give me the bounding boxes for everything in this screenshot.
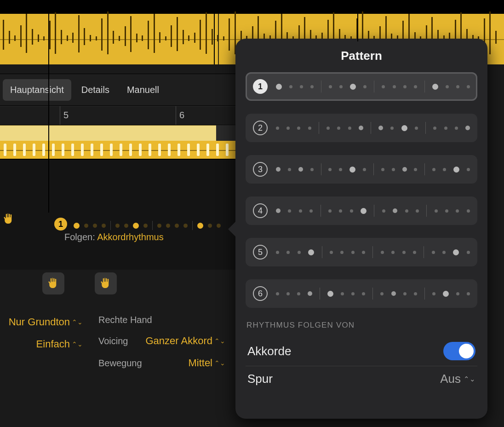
ruler-tick xyxy=(176,106,176,125)
pattern-dot-strip xyxy=(276,81,470,92)
pattern-row-3[interactable]: 3 xyxy=(246,155,477,184)
right-hand-params: Rechte Hand Voicing Ganzer Akkord⌃⌄ Bewe… xyxy=(92,311,230,374)
pattern-number-badge: 5 xyxy=(253,245,268,260)
motion-select[interactable]: Mittel⌃⌄ xyxy=(188,357,225,369)
voicing-select[interactable]: Ganzer Akkord⌃⌄ xyxy=(145,335,225,347)
tab-details[interactable]: Details xyxy=(74,79,117,101)
pattern-number-badge: 3 xyxy=(253,162,268,177)
pattern-dot-strip xyxy=(276,205,470,217)
ruler-number-5: 5 xyxy=(63,110,69,121)
active-pattern-badge[interactable]: 1 xyxy=(54,218,67,231)
follow-label: Folgen: xyxy=(64,232,97,242)
region-boundary-2 xyxy=(218,14,219,64)
pattern-row-4[interactable]: 4 xyxy=(246,196,477,225)
left-simple-select[interactable]: Einfach⌃⌄ xyxy=(36,338,83,350)
spur-select[interactable]: Aus⌃⌄ xyxy=(440,372,475,386)
akkorde-row: Akkorde xyxy=(246,336,477,366)
akkorde-toggle[interactable] xyxy=(443,342,475,360)
cycle-region[interactable] xyxy=(0,125,239,141)
callout-line xyxy=(48,0,49,213)
left-hand-button[interactable] xyxy=(42,272,64,294)
bar-ruler[interactable]: 5 6 xyxy=(0,106,239,125)
pattern-preview-strip[interactable] xyxy=(74,221,221,230)
callout-line xyxy=(357,0,358,41)
pattern-popover: Pattern 123456 RHYTHMUS FOLGEN VON Akkor… xyxy=(235,39,487,419)
popover-title: Pattern xyxy=(246,49,477,63)
voicing-label: Voicing xyxy=(98,336,128,346)
hand-buttons xyxy=(42,272,117,294)
akkorde-label: Akkorde xyxy=(247,344,291,358)
right-hand-button[interactable] xyxy=(95,272,117,294)
region-boundary xyxy=(214,14,215,64)
pattern-lane xyxy=(0,159,239,270)
tab-manuell[interactable]: Manuell xyxy=(120,79,166,101)
tab-hauptansicht[interactable]: Hauptansicht xyxy=(3,79,71,101)
chevron-updown-icon: ⌃⌄ xyxy=(72,340,83,348)
region-overview[interactable]: (function(){var h='';for(var i=0;i<24;i+… xyxy=(0,141,239,159)
pattern-dot-strip xyxy=(276,122,470,134)
chevron-updown-icon: ⌃⌄ xyxy=(72,318,83,326)
chevron-updown-icon: ⌃⌄ xyxy=(214,337,225,345)
chevron-updown-icon: ⌃⌄ xyxy=(464,375,475,383)
pattern-number-badge: 2 xyxy=(253,121,268,135)
pattern-row-5[interactable]: 5 xyxy=(246,238,477,266)
popover-arrow xyxy=(228,222,235,237)
rhythm-follow-heading: RHYTHMUS FOLGEN VON xyxy=(246,321,476,330)
pattern-number-badge: 6 xyxy=(253,286,268,301)
left-root-select[interactable]: Nur Grundton⌃⌄ xyxy=(9,316,83,328)
pattern-row-1[interactable]: 1 xyxy=(246,72,477,101)
view-tab-bar: Hauptansicht Details Manuell xyxy=(0,74,239,106)
hand-icon xyxy=(2,212,16,230)
pattern-dot-strip xyxy=(276,163,470,175)
spur-label: Spur xyxy=(247,372,273,386)
follow-value: Akkordrhythmus xyxy=(97,232,164,242)
motion-label: Bewegung xyxy=(98,358,142,369)
right-hand-heading: Rechte Hand xyxy=(92,311,230,330)
pattern-dot-strip xyxy=(276,288,470,300)
ruler-number-6: 6 xyxy=(179,110,184,121)
pattern-number-badge: 1 xyxy=(253,79,268,94)
pattern-number-badge: 4 xyxy=(253,203,268,218)
pattern-dot-strip xyxy=(276,246,470,258)
left-hand-params: Nur Grundton⌃⌄ Einfach⌃⌄ xyxy=(0,311,87,355)
pattern-row-2[interactable]: 2 xyxy=(246,114,477,142)
spur-row: Spur Aus⌃⌄ xyxy=(246,366,477,392)
chevron-updown-icon: ⌃⌄ xyxy=(214,359,225,367)
follow-indicator: Folgen: Akkordrhythmus xyxy=(64,232,164,242)
ruler-tick xyxy=(60,106,60,125)
pattern-row-6[interactable]: 6 xyxy=(246,279,477,308)
